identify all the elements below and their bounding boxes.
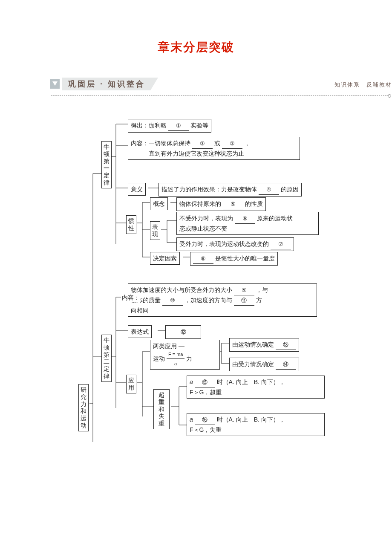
text: 由运动情况确定 bbox=[232, 341, 274, 348]
meaning-label: 意义 bbox=[128, 183, 146, 196]
text: 或 bbox=[214, 140, 220, 147]
text: 不受外力时，表现为 bbox=[179, 215, 233, 222]
blank-12: ⑫ bbox=[181, 328, 186, 337]
text: 是惯性大小的唯一量度 bbox=[215, 255, 275, 262]
text: 的性质 bbox=[245, 200, 263, 207]
law1-meaning: 描述了力的作用效果：力是改变物体 ④ 的原因 bbox=[159, 183, 302, 197]
section-heading: 巩固层 · 知识整合 bbox=[62, 78, 158, 90]
blank-14: ⑭ bbox=[283, 360, 288, 369]
blank-6: ⑥ bbox=[242, 214, 248, 223]
diagram: 研究力和运动 牛顿第一定律 得出：伽利略 ① 实验等 内容：一切物体总保持 ② … bbox=[0, 118, 392, 463]
blank-3: ③ bbox=[230, 139, 235, 148]
text: ， bbox=[244, 140, 250, 147]
blank-2: ② bbox=[200, 139, 205, 148]
symbol-a: a bbox=[190, 416, 193, 423]
law1-derive: 得出：伽利略 ① 实验等 bbox=[128, 119, 211, 133]
symbol-a: a bbox=[190, 379, 193, 385]
text: 方 bbox=[256, 297, 262, 304]
blank-4: ④ bbox=[266, 185, 271, 194]
blank-5: ⑤ bbox=[231, 200, 236, 209]
text: F＞G，超重 bbox=[190, 389, 222, 396]
text: 描述了力的作用效果：力是改变物体 bbox=[161, 186, 257, 193]
blank-8: ⑧ bbox=[201, 254, 206, 263]
text: 由受力情况确定 bbox=[232, 361, 274, 367]
det-from-motion: 由运动情况确定 ⑬ bbox=[229, 338, 299, 352]
perform-noforce: 不受外力时，表现为 ⑥ 原来的运动状 态或静止状态不变 bbox=[176, 212, 319, 235]
law2-content-label: 内容： bbox=[121, 293, 141, 302]
text: F＜G，失重 bbox=[190, 426, 222, 433]
text: 时（A. 向上 B. 向下）， bbox=[217, 416, 285, 423]
text: 物体加速度的大小与所受合外力的大小 bbox=[131, 286, 232, 293]
page-title: 章末分层突破 bbox=[0, 0, 392, 77]
text: 物体保持原来的 bbox=[179, 200, 221, 207]
perform-label: 表现 bbox=[150, 221, 160, 240]
blank-10: ⑩ bbox=[170, 296, 175, 305]
blank-16: ⑯ bbox=[202, 416, 208, 425]
title-text: 章末分层突破 bbox=[158, 40, 234, 54]
inertia-concept: 物体保持原来的 ⑤ 的性质 bbox=[176, 197, 266, 211]
text: 运动 bbox=[153, 356, 165, 362]
text: 的原因 bbox=[281, 186, 299, 193]
root-label: 研究力和运动 bbox=[78, 384, 89, 431]
text: 直到有外力迫使它改变这种状态为止 bbox=[131, 150, 244, 157]
blank-11: ⑪ bbox=[241, 296, 247, 305]
law1-content: 内容：一切物体总保持 ② 或 ③ ， 直到有外力迫使它改变这种状态为止 bbox=[128, 137, 300, 160]
text: ，加速度的方向与 bbox=[184, 297, 232, 304]
section-tail: 知识体系 反哺教材 bbox=[334, 81, 392, 89]
inertia-label: 惯性 bbox=[126, 215, 136, 234]
law2-label: 牛顿第二定律 bbox=[101, 335, 112, 382]
weightless: a ⑯ 时（A. 向上 B. 向下）， F＜G，失重 bbox=[187, 413, 325, 436]
divider bbox=[51, 95, 389, 96]
blank-9: ⑨ bbox=[242, 286, 247, 295]
text: 内容：一切物体总保持 bbox=[131, 140, 190, 147]
section-header: 巩固层 · 知识整合 知识体系 反哺教材 bbox=[50, 77, 392, 94]
text: 受外力时，表现为运动状态改变的 bbox=[179, 240, 269, 247]
blank-15: ⑮ bbox=[202, 378, 208, 387]
law2-content: 物体加速度的大小与所受合外力的大小 ⑨ ，与 物体的质量 ⑩ ，加速度的方向与 … bbox=[128, 283, 320, 317]
factor-label: 决定因素 bbox=[150, 252, 180, 265]
text: 原来的运动状 bbox=[257, 215, 293, 222]
blank-7: ⑦ bbox=[278, 240, 283, 249]
text: 得出：伽利略 bbox=[131, 122, 167, 129]
arrow-down-icon bbox=[50, 79, 60, 89]
overweight: a ⑮ 时（A. 向上 B. 向下）， F＞G，超重 bbox=[187, 376, 325, 399]
text: 向相同 bbox=[131, 307, 149, 314]
expr-label: 表达式 bbox=[128, 325, 152, 338]
det-from-force: 由受力情况确定 ⑭ bbox=[229, 358, 299, 371]
blank-1: ① bbox=[176, 121, 181, 130]
text: 态或静止状态不变 bbox=[179, 225, 227, 232]
inertia-factor: ⑧ 是惯性大小的唯一量度 bbox=[190, 252, 278, 266]
formula-top: F = ma bbox=[167, 351, 185, 359]
app-label: 应用 bbox=[126, 375, 136, 393]
concept-label: 概念 bbox=[150, 197, 168, 210]
text: 时（A. 向上 B. 向下）， bbox=[217, 379, 285, 385]
two-types: 两类应用 — 运动 F = ma a 力 bbox=[150, 340, 220, 370]
law2-expression: ⑫ bbox=[165, 325, 201, 339]
text: ，与 bbox=[256, 286, 268, 293]
perform-force: 受外力时，表现为运动状态改变的 ⑦ bbox=[176, 237, 294, 251]
law1-label: 牛顿第一定律 bbox=[101, 141, 112, 188]
text: 力 bbox=[186, 356, 192, 362]
text: 实验等 bbox=[190, 122, 208, 129]
text: 两类应用 — bbox=[153, 343, 184, 350]
blank-13: ⑬ bbox=[283, 341, 288, 350]
ow-label: 超重和失重 bbox=[153, 389, 170, 429]
formula-bot: a bbox=[167, 360, 185, 368]
